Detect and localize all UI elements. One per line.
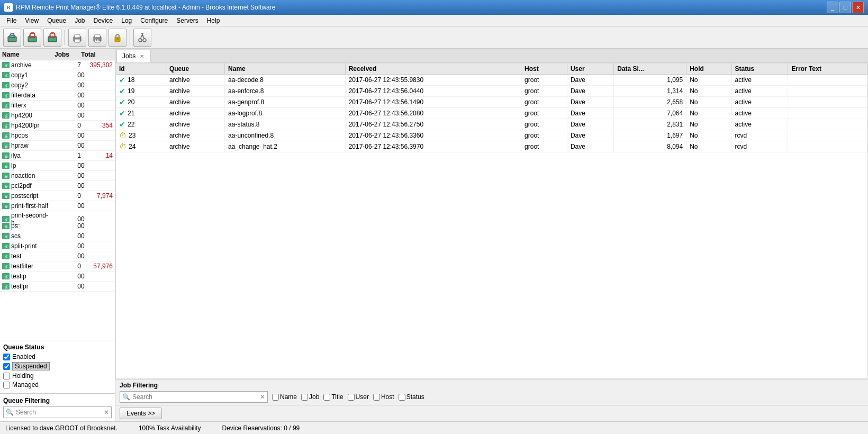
job-search-input[interactable] [132, 393, 258, 401]
queue-item[interactable]: 🖨 filterdata 0 0 [0, 91, 115, 101]
enabled-checkbox[interactable] [3, 354, 10, 360]
filter-host-label[interactable]: Host [373, 393, 394, 401]
managed-checkbox-label[interactable]: Managed [3, 381, 112, 388]
queue-search-icon: 🔍 [6, 409, 14, 416]
add-queue-button[interactable] [3, 29, 21, 47]
queue-total-count: 7,974 [81, 192, 113, 200]
queue-item[interactable]: 🖨 hp4200 0 0 [0, 111, 115, 121]
queue-search-clear-button[interactable]: ✕ [104, 409, 109, 416]
queue-item[interactable]: 🖨 scs 0 0 [0, 231, 115, 241]
queue-item[interactable]: 🖨 hpraw 0 0 [0, 141, 115, 151]
menu-configure[interactable]: Configure [136, 15, 172, 26]
tab-jobs-close[interactable]: ✕ [139, 53, 145, 59]
menu-queue[interactable]: Queue [43, 15, 70, 26]
queue-name-label: pcl2pdf [11, 182, 32, 189]
queue-item[interactable]: 🖨 print-second-h... 0 0 [0, 211, 115, 221]
filter-title-label[interactable]: Title [323, 393, 343, 401]
queue-name-label: scs [11, 232, 21, 240]
job-user: Dave [567, 108, 613, 119]
queue-item[interactable]: 🖨 archive 7 395,302 [0, 60, 115, 70]
table-row[interactable]: ✔ 21 archive aa-logprof.8 2017-06-27 12:… [116, 108, 867, 119]
queue-item[interactable]: 🖨 hpcps 0 0 [0, 131, 115, 141]
stop-button[interactable] [23, 29, 41, 47]
queue-item[interactable]: 🖨 print-first-half 0 0 [0, 201, 115, 211]
jobs-tbody: ✔ 18 archive aa-decode.8 2017-06-27 12:4… [116, 75, 867, 152]
queue-item[interactable]: 🖨 noaction 0 0 [0, 171, 115, 181]
close-button[interactable]: ✕ [852, 2, 864, 13]
menu-file[interactable]: File [2, 15, 21, 26]
queue-item[interactable]: 🖨 ps 0 0 [0, 221, 115, 231]
events-button[interactable]: Events >> [120, 408, 162, 419]
job-filtering-bar: Job Filtering 🔍 ✕ NameJobTitleUserHostSt… [115, 379, 868, 405]
cut-button[interactable] [133, 29, 151, 47]
col-received: Received [345, 64, 521, 75]
queue-jobs-count: 0 [55, 232, 81, 240]
queue-total-count: 354 [81, 122, 113, 129]
queue-item[interactable]: 🖨 testip 0 0 [0, 272, 115, 282]
suspended-checkbox[interactable] [3, 363, 10, 370]
toolbar [0, 26, 868, 49]
filter-status-checkbox[interactable] [399, 394, 405, 401]
queue-item[interactable]: 🖨 lp 0 0 [0, 161, 115, 171]
filter-name-checkbox[interactable] [272, 394, 279, 401]
holding-checkbox-label[interactable]: Holding [3, 372, 112, 379]
table-row[interactable]: ⏱ 24 archive aa_change_hat.2 2017-06-27 … [116, 141, 867, 152]
filter-job-checkbox[interactable] [301, 394, 308, 401]
filter-status-label[interactable]: Status [399, 393, 424, 401]
table-row[interactable]: ✔ 18 archive aa-decode.8 2017-06-27 12:4… [116, 75, 867, 86]
job-received: 2017-06-27 12:43:56.1490 [345, 97, 521, 108]
queue-name-label: filterx [11, 102, 26, 109]
table-row[interactable]: ✔ 19 archive aa-enforce.8 2017-06-27 12:… [116, 86, 867, 97]
task-availability: 100% Task Availability [139, 424, 201, 432]
managed-checkbox[interactable] [3, 382, 10, 388]
job-id: ⏱ 24 [116, 141, 166, 152]
job-status: rcvd [731, 130, 788, 141]
job-data-size: 1,697 [614, 130, 686, 141]
queue-item[interactable]: 🖨 ilya 1 14 [0, 151, 115, 161]
delete-button[interactable] [43, 29, 61, 47]
queue-item[interactable]: 🖨 copy2 0 0 [0, 80, 115, 91]
menu-device[interactable]: Device [89, 15, 117, 26]
queue-search-input[interactable] [16, 409, 102, 416]
table-row[interactable]: ✔ 20 archive aa-genprof.8 2017-06-27 12:… [116, 97, 867, 108]
queue-item[interactable]: 🖨 copy1 0 0 [0, 70, 115, 80]
filter-title-checkbox[interactable] [323, 394, 330, 401]
left-panel: Name Jobs Total 🖨 archive 7 395,302 🖨 co… [0, 49, 115, 421]
menu-view[interactable]: View [21, 15, 43, 26]
queue-jobs-count: 0 [55, 252, 81, 260]
menu-job[interactable]: Job [70, 15, 89, 26]
filter-name-label[interactable]: Name [272, 393, 297, 401]
queue-icon: 🖨 [2, 233, 10, 239]
maximize-button[interactable]: □ [839, 2, 851, 13]
queue-item[interactable]: 🖨 split-print 0 0 [0, 241, 115, 251]
print-button[interactable] [68, 29, 86, 47]
pause-button[interactable] [88, 29, 106, 47]
tab-jobs[interactable]: Jobs ✕ [116, 50, 151, 62]
queue-item[interactable]: 🖨 testfilter 0 57,976 [0, 261, 115, 272]
table-row[interactable]: ✔ 22 archive aa-status.8 2017-06-27 12:4… [116, 119, 867, 130]
table-row[interactable]: ⏱ 23 archive aa-unconfined.8 2017-06-27 … [116, 130, 867, 141]
job-data-size: 1,314 [614, 86, 686, 97]
filter-job-label[interactable]: Job [301, 393, 319, 401]
status-bar: Licensed to dave.GROOT of Brooksnet. 100… [0, 421, 868, 434]
job-received: 2017-06-27 12:43:56.3970 [345, 141, 521, 152]
lock-button[interactable] [108, 29, 126, 47]
menu-servers[interactable]: Servers [172, 15, 202, 26]
filter-user-label[interactable]: User [348, 393, 369, 401]
queue-item[interactable]: 🖨 postscript 0 7,974 [0, 191, 115, 201]
enabled-checkbox-label[interactable]: Enabled [3, 353, 112, 360]
suspended-checkbox-label[interactable]: Suspended [3, 362, 112, 370]
queue-item[interactable]: 🖨 filterx 0 0 [0, 101, 115, 111]
queue-item[interactable]: 🖨 pcl2pdf 0 0 [0, 181, 115, 191]
job-search-clear-button[interactable]: ✕ [260, 393, 265, 401]
minimize-button[interactable]: _ [827, 2, 838, 13]
queue-item[interactable]: 🖨 testlpr 0 0 [0, 282, 115, 292]
filter-user-checkbox[interactable] [348, 394, 355, 401]
menu-log[interactable]: Log [117, 15, 136, 26]
menu-help[interactable]: Help [203, 15, 224, 26]
queue-item[interactable]: 🖨 hp4200lpr 0 354 [0, 121, 115, 131]
queue-item[interactable]: 🖨 test 0 0 [0, 251, 115, 261]
holding-checkbox[interactable] [3, 373, 10, 379]
filter-host-checkbox[interactable] [373, 394, 380, 401]
job-hold: No [686, 108, 731, 119]
